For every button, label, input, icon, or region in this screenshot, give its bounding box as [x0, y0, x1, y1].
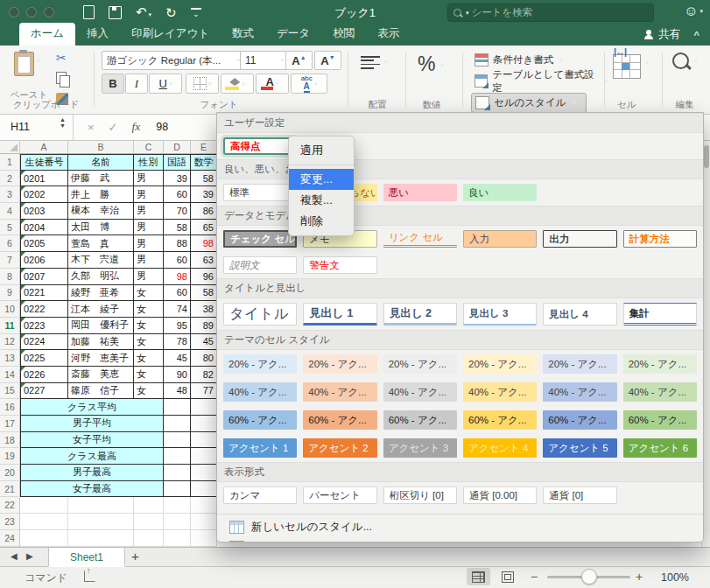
cell[interactable] [191, 399, 217, 416]
italic-button[interactable]: I [125, 74, 148, 94]
paste-icon[interactable] [14, 52, 34, 76]
menu-item-1[interactable]: 変更... [289, 169, 354, 190]
cell[interactable] [68, 530, 134, 547]
cell-style-data-4[interactable]: 出力 [543, 230, 616, 248]
close-window-button[interactable] [9, 7, 19, 18]
cut-icon[interactable]: ✂ [56, 51, 67, 65]
menu-item-2[interactable]: 複製... [289, 190, 354, 211]
cell[interactable] [191, 448, 217, 465]
cell-style-title-2[interactable]: 見出し 2 [383, 303, 457, 326]
cell[interactable]: 95 [164, 318, 191, 334]
cell[interactable]: 篠原 信子 [68, 383, 134, 400]
cell[interactable]: 生徒番号 [20, 154, 68, 171]
cell-style-theme-3-3[interactable]: アクセント 4 [463, 438, 537, 458]
font-size-select[interactable]: 11▾ [240, 51, 289, 70]
cell[interactable]: 岡田 優利子 [68, 318, 134, 334]
cell-style-data-3[interactable]: 入力 [463, 230, 537, 248]
cell-style-title-5[interactable]: 集計 [623, 303, 697, 326]
merge-styles-item[interactable]: スタイルの結合... [217, 536, 703, 542]
cell[interactable]: 78 [164, 334, 191, 351]
confirm-entry-icon[interactable]: ✓ [109, 121, 118, 134]
cancel-entry-icon[interactable]: × [88, 121, 95, 134]
collapse-ribbon-icon[interactable]: ^ [694, 30, 699, 40]
cell[interactable]: 女 [134, 367, 164, 383]
cell-style-theme-2-0[interactable]: 60% - アク... [223, 410, 297, 430]
zoom-level[interactable]: 100% [661, 571, 689, 584]
alignment-icon[interactable]: ▾ [361, 56, 387, 69]
cell[interactable]: 38 [191, 301, 217, 318]
cell[interactable]: 男 [134, 269, 164, 285]
column-header-D[interactable]: D [164, 140, 191, 154]
tab-3[interactable]: 数式 [221, 23, 265, 46]
next-sheet-arrow[interactable]: ▶ [26, 551, 33, 561]
row-header-4[interactable]: 4 [0, 203, 20, 220]
row-header-23[interactable]: 23 [0, 514, 20, 530]
cell[interactable]: 女 [134, 350, 164, 367]
cell[interactable]: 0201 [20, 171, 68, 187]
cell[interactable]: 60 [164, 252, 191, 269]
cell-style-theme-3-4[interactable]: アクセント 5 [543, 438, 616, 458]
cell[interactable]: 60 [164, 186, 191, 203]
cell-summary-label[interactable]: クラス平均 [20, 399, 164, 416]
cell-style-theme-1-3[interactable]: 40% - アク... [463, 382, 537, 402]
cell[interactable] [20, 530, 68, 547]
redo-button[interactable]: ↻ [165, 6, 177, 19]
cell[interactable] [164, 530, 191, 547]
cell-style-title-3[interactable]: 見出し 3 [463, 303, 537, 326]
normal-view-button[interactable] [467, 568, 490, 585]
increase-font-size-button[interactable]: A▲ [285, 51, 313, 70]
cell-style-data-2[interactable]: リンク セル [383, 230, 457, 248]
cell-style-theme-0-3[interactable]: 20% - アク... [463, 354, 537, 374]
tab-5[interactable]: 校閲 [321, 23, 366, 46]
cell[interactable]: 男 [134, 235, 164, 252]
cell[interactable]: 久部 明弘 [68, 269, 134, 285]
cell[interactable]: 女 [134, 301, 164, 318]
save-icon[interactable] [109, 6, 122, 19]
column-header-C[interactable]: C [134, 140, 164, 154]
number-format-icon[interactable]: %▾ [418, 52, 444, 76]
cell[interactable]: 90 [164, 367, 191, 383]
cell[interactable]: 国語 [164, 154, 191, 171]
cell[interactable] [164, 448, 191, 465]
zoom-slider-thumb[interactable] [581, 569, 597, 584]
cell[interactable]: 88 [164, 235, 191, 252]
cell[interactable]: 0225 [20, 350, 68, 367]
cell[interactable] [164, 416, 191, 432]
cell[interactable]: 63 [191, 252, 217, 269]
cell-style-quality-2[interactable]: 悪い [383, 184, 457, 201]
cell-style-numfmt-4[interactable]: 通貨 [0] [543, 486, 616, 504]
tab-6[interactable]: 表示 [366, 23, 411, 46]
row-header-8[interactable]: 8 [0, 269, 20, 285]
cell-style-theme-0-2[interactable]: 20% - アク... [383, 354, 457, 374]
cell[interactable] [164, 399, 191, 416]
cell[interactable]: 58 [164, 220, 191, 236]
cell-style-theme-2-1[interactable]: 60% - アク... [303, 410, 376, 430]
cell[interactable] [191, 497, 217, 514]
column-header-A[interactable]: A [20, 140, 68, 154]
cell[interactable]: 48 [164, 383, 191, 400]
format-as-table-button[interactable]: テーブルとして書式設定▾ [471, 72, 611, 90]
cell[interactable] [191, 530, 217, 547]
cell[interactable]: 0206 [20, 252, 68, 269]
cell[interactable]: 数学 [191, 154, 217, 171]
row-header-18[interactable]: 18 [0, 432, 20, 449]
cell-summary-label[interactable]: 女子平均 [20, 432, 164, 449]
cell-style-theme-3-2[interactable]: アクセント 3 [383, 438, 457, 458]
cell[interactable]: 男 [134, 220, 164, 236]
insert-function-icon[interactable]: fx [132, 120, 141, 134]
cell-style-numfmt-3[interactable]: 通貨 [0.00] [463, 486, 537, 504]
column-header-E[interactable]: E [191, 140, 217, 154]
row-header-9[interactable]: 9 [0, 285, 20, 302]
cell-style-theme-3-5[interactable]: アクセント 6 [623, 438, 697, 458]
cell[interactable] [191, 481, 217, 498]
cell-style-theme-2-5[interactable]: 60% - アク... [623, 410, 697, 430]
cell-style-title-1[interactable]: 見出し 1 [303, 303, 376, 326]
cell[interactable] [134, 497, 164, 514]
cell-style-theme-2-2[interactable]: 60% - アク... [383, 410, 457, 430]
bold-button[interactable]: B [102, 74, 124, 94]
cell[interactable]: 0205 [20, 235, 68, 252]
cell[interactable]: 萱島 真 [68, 235, 134, 252]
cell-summary-label[interactable]: 男子平均 [20, 416, 164, 432]
minimize-window-button[interactable] [26, 7, 37, 18]
cell-summary-label[interactable]: 男子最高 [20, 465, 164, 481]
